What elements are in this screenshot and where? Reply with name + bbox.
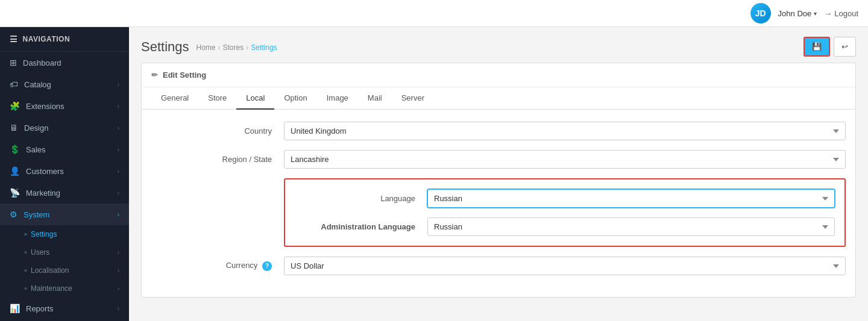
sidebar: ☰ NAVIGATION ⊞ Dashboard 🏷 Catalog › 🧩 E… [0,27,129,321]
logout-button[interactable]: → Logout [824,9,858,18]
sidebar-item-extensions[interactable]: 🧩 Extensions › [0,95,129,117]
breadcrumb-sep-2: › [246,43,248,52]
settings-dot-icon: » [24,231,27,237]
catalog-chevron-icon: › [118,81,119,88]
users-chevron-icon: › [118,249,119,256]
logout-icon: → [824,9,832,18]
system-icon: ⚙ [10,210,17,219]
page-header: Settings Home › Stores › Settings 💾 ↩ [129,27,868,63]
currency-label: Currency ? [151,261,284,271]
dashboard-icon: ⊞ [10,58,17,67]
localisation-chevron-icon: › [118,267,119,274]
currency-select[interactable]: US DollarEuroBritish Pound [284,257,846,275]
tab-server[interactable]: Server [392,87,434,110]
username: John Doe [778,9,812,18]
sidebar-item-system[interactable]: ⚙ System › [0,204,129,225]
content-area: Settings Home › Stores › Settings 💾 ↩ [129,27,868,321]
reports-chevron-icon: › [118,305,119,312]
customers-icon: 👤 [10,166,20,176]
breadcrumb-settings[interactable]: Settings [251,43,277,52]
tab-general[interactable]: General [151,87,198,110]
language-select[interactable]: RussianEnglishGermanFrench [427,189,835,208]
sidebar-subitem-settings[interactable]: » Settings [0,225,129,243]
extensions-icon: 🧩 [10,101,20,111]
sidebar-item-catalog[interactable]: 🏷 Catalog › [0,73,129,95]
currency-help-icon[interactable]: ? [262,261,272,271]
sidebar-item-sales[interactable]: 💲 Sales › [0,139,129,160]
country-select[interactable]: United KingdomUnited StatesGermanyFrance [284,122,846,140]
sales-chevron-icon: › [118,146,119,153]
back-icon: ↩ [841,42,848,51]
marketing-chevron-icon: › [118,190,119,196]
sidebar-item-dashboard[interactable]: ⊞ Dashboard [0,52,129,73]
pencil-icon: ✏ [151,70,158,79]
sidebar-subitem-maintenance[interactable]: » Maintenance › [0,279,129,298]
sidebar-item-reports[interactable]: 📊 Reports › [0,298,129,319]
save-button[interactable]: 💾 [804,37,830,57]
avatar: JD [750,3,771,23]
country-group: Country United KingdomUnited StatesGerma… [151,122,846,140]
save-icon: 💾 [812,42,822,51]
nav-header: ☰ NAVIGATION [0,27,129,52]
region-select[interactable]: LancashireLondonManchester [284,150,846,169]
topbar-right: JD John Doe ▾ → Logout [750,3,858,23]
breadcrumb-home[interactable]: Home [197,43,216,52]
hamburger-icon: ☰ [10,34,18,44]
admin-language-group: Administration Language RussianEnglishGe… [295,217,835,236]
settings-tabs: General Store Local Option Image Mail [142,87,855,110]
user-menu[interactable]: John Doe ▾ [778,9,817,18]
topbar: JD John Doe ▾ → Logout [0,0,868,27]
tab-image[interactable]: Image [317,87,358,110]
sidebar-item-marketing[interactable]: 📡 Marketing › [0,182,129,204]
sidebar-subitem-localisation[interactable]: » Localisation › [0,261,129,279]
card-header: ✏ Edit Setting [142,63,855,87]
admin-language-label: Administration Language [295,222,427,231]
maintenance-dot-icon: » [24,285,27,291]
language-label: Language [295,194,427,203]
tab-mail[interactable]: Mail [358,87,392,110]
marketing-icon: 📡 [10,188,20,198]
back-button[interactable]: ↩ [834,37,856,57]
breadcrumb-sep-1: › [218,43,221,52]
system-chevron-icon: › [118,211,119,218]
tab-local[interactable]: Local [236,87,274,110]
region-label: Region / State [151,155,284,164]
sales-icon: 💲 [10,145,20,154]
sidebar-item-design[interactable]: 🖥 Design › [0,117,129,139]
user-chevron-icon: ▾ [814,10,817,17]
breadcrumb: Home › Stores › Settings [197,43,277,52]
currency-group: Currency ? US DollarEuroBritish Pound [151,257,846,275]
design-chevron-icon: › [118,125,119,131]
sidebar-subitem-users[interactable]: » Users › [0,243,129,261]
design-icon: 🖥 [10,123,18,132]
admin-language-select[interactable]: RussianEnglishGerman [427,217,835,236]
settings-card: ✏ Edit Setting General Store Local Optio… [141,63,856,298]
reports-icon: 📊 [10,304,20,313]
breadcrumb-stores[interactable]: Stores [223,43,244,52]
language-highlight-box: Language RussianEnglishGermanFrench Admi… [284,178,846,247]
region-group: Region / State LancashireLondonMancheste… [151,150,846,169]
customers-chevron-icon: › [118,168,119,175]
maintenance-chevron-icon: › [118,285,119,292]
language-group: Language RussianEnglishGermanFrench [295,189,835,208]
main-layout: ☰ NAVIGATION ⊞ Dashboard 🏷 Catalog › 🧩 E… [0,27,868,321]
country-label: Country [151,126,284,136]
form-body: Country United KingdomUnited StatesGerma… [142,110,855,297]
page-actions: 💾 ↩ [804,37,856,57]
tab-option[interactable]: Option [274,87,316,110]
extensions-chevron-icon: › [118,103,119,110]
localisation-dot-icon: » [24,267,27,273]
tab-store[interactable]: Store [198,87,236,110]
catalog-icon: 🏷 [10,79,18,89]
users-dot-icon: » [24,249,27,255]
sidebar-item-customers[interactable]: 👤 Customers › [0,160,129,182]
page-title: Settings [141,39,189,55]
card-header-label: Edit Setting [163,70,206,79]
highlight-wrapper: Language RussianEnglishGermanFrench Admi… [151,178,846,247]
